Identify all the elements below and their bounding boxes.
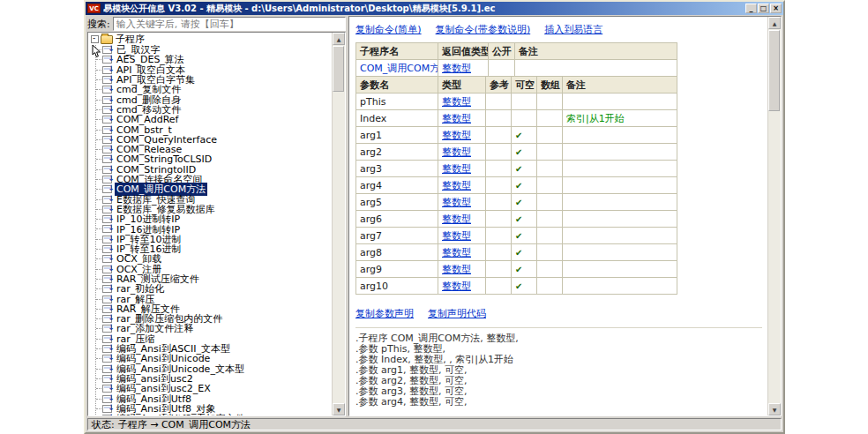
tree-item[interactable]: 编码_Ansi到Utf8_无加密文件 — [96, 414, 332, 415]
status-text: 子程序 → COM_调用COM方法 — [118, 418, 251, 430]
subroutine-icon — [102, 325, 112, 333]
subroutine-icon — [102, 315, 112, 323]
param-array-cell — [537, 144, 563, 161]
param-ref-cell — [486, 211, 512, 228]
search-input[interactable] — [113, 17, 346, 31]
function-return-type-cell[interactable]: 整数型 — [438, 60, 489, 77]
subroutine-icon — [102, 106, 112, 114]
titlebar[interactable]: VC 易模块公开信息 V3.02 - 精易模块 - d:\Users\Admin… — [86, 2, 783, 15]
declaration-line: .参数 arg1, 整数型, 可空, — [355, 365, 762, 376]
param-row: arg5整数型✔ — [356, 194, 677, 211]
subroutine-icon — [102, 355, 112, 363]
app-icon: VC — [87, 4, 101, 13]
scroll-up-icon[interactable] — [768, 17, 781, 29]
param-header-array: 数组 — [537, 77, 563, 94]
function-public-cell — [489, 60, 515, 77]
param-ref-cell — [486, 244, 512, 261]
copy-command-with-params-link[interactable]: 复制命令(带参数说明) — [436, 23, 531, 36]
copy-command-simple-link[interactable]: 复制命令(简单) — [355, 23, 422, 36]
param-row: arg3整数型✔ — [356, 161, 677, 177]
param-type-cell[interactable]: 整数型 — [438, 144, 486, 161]
param-row: pThis整数型 — [356, 94, 677, 110]
declaration-divider — [355, 327, 762, 328]
subroutine-icon — [102, 176, 112, 183]
maximize-button[interactable]: □ — [758, 4, 769, 13]
tree-content: 子程序 已_取汉字AES_DES_算法API_取空白文本API_取空白字节集cm… — [88, 33, 332, 415]
param-type-cell[interactable]: 整数型 — [438, 278, 486, 295]
param-nullable-cell: ✔ — [512, 127, 537, 144]
param-row: arg4整数型✔ — [356, 177, 677, 194]
tree-connector-icon — [96, 89, 101, 90]
param-remark-cell — [563, 261, 677, 278]
param-nullable-cell: ✔ — [512, 144, 537, 161]
subroutine-icon — [102, 116, 112, 123]
status-label: 状态: — [92, 418, 115, 430]
param-array-cell — [537, 110, 563, 127]
param-type-cell[interactable]: 整数型 — [438, 261, 486, 278]
param-type-cell[interactable]: 整数型 — [438, 161, 486, 177]
insert-to-elanguage-link[interactable]: 插入到易语言 — [544, 23, 602, 36]
tree-connector-icon — [96, 100, 101, 101]
param-nullable-cell — [512, 94, 537, 110]
param-name-cell: arg1 — [356, 127, 438, 144]
scroll-down-icon[interactable] — [768, 403, 781, 415]
copy-declaration-code-link[interactable]: 复制声明代码 — [428, 307, 486, 320]
declaration-line: .参数 pThis, 整数型, — [355, 344, 762, 355]
param-remark-cell — [563, 278, 677, 295]
subroutine-icon — [102, 146, 112, 153]
tree-connector-icon — [96, 219, 101, 220]
param-name-cell: arg6 — [356, 211, 438, 228]
param-table-header: 参数名 类型 参考 可空 数组 备注 — [356, 77, 677, 94]
tree-connector-icon — [96, 70, 101, 71]
tree-connector-icon — [96, 339, 101, 340]
fn-header-return-type: 返回值类型 — [438, 43, 489, 60]
search-bar: 搜索: — [87, 16, 346, 32]
param-remark-cell — [563, 228, 677, 244]
param-remark-cell — [563, 127, 677, 144]
tree-connector-icon — [96, 399, 101, 400]
tree-scrollbar-thumb[interactable] — [333, 46, 344, 92]
param-nullable-cell: ✔ — [512, 161, 537, 177]
tree-connector-icon — [96, 408, 101, 409]
subroutine-icon — [102, 245, 112, 253]
param-row: arg6整数型✔ — [356, 211, 677, 228]
param-type-cell[interactable]: 整数型 — [438, 228, 486, 244]
param-remark-cell: 索引|从1开始 — [563, 110, 677, 127]
subroutine-icon — [102, 266, 112, 273]
param-ref-cell — [486, 194, 512, 211]
subroutine-icon — [102, 345, 112, 353]
param-type-cell[interactable]: 整数型 — [438, 94, 486, 110]
param-type-cell[interactable]: 整数型 — [438, 177, 486, 194]
param-type-cell[interactable]: 整数型 — [438, 127, 486, 144]
collapse-minus-icon[interactable] — [91, 35, 99, 43]
subroutine-icon — [102, 415, 112, 415]
copy-param-declaration-link[interactable]: 复制参数声明 — [355, 307, 414, 320]
tree-scrollbar[interactable] — [332, 33, 345, 415]
subroutine-icon — [102, 296, 112, 303]
param-table-body: pThis整数型Index整数型索引|从1开始arg1整数型✔arg2整数型✔a… — [356, 94, 677, 295]
param-remark-cell — [563, 161, 677, 177]
param-type-cell[interactable]: 整数型 — [438, 194, 486, 211]
param-type-cell[interactable]: 整数型 — [438, 110, 486, 127]
folder-icon — [101, 35, 113, 44]
detail-scrollbar-track[interactable] — [768, 29, 781, 403]
detail-scrollbar-thumb[interactable] — [768, 30, 780, 111]
minimize-button[interactable]: _ — [745, 4, 757, 13]
param-row: arg2整数型✔ — [356, 144, 677, 161]
tree-scrollbar-track[interactable] — [333, 45, 345, 403]
tree-connector-icon — [96, 189, 101, 190]
subroutine-icon — [102, 56, 112, 64]
scroll-up-icon[interactable] — [333, 33, 345, 45]
subroutine-icon — [102, 225, 112, 233]
subroutine-icon — [102, 335, 112, 343]
param-type-cell[interactable]: 整数型 — [438, 211, 486, 228]
param-remark-cell — [563, 177, 677, 194]
subroutine-icon — [102, 395, 112, 403]
param-nullable-cell: ✔ — [512, 261, 537, 278]
detail-scrollbar[interactable] — [767, 17, 781, 415]
tree-children: 已_取汉字AES_DES_算法API_取空白文本API_取空白字节集cmd_复制… — [95, 45, 332, 415]
status-bar: 状态: 子程序 → COM_调用COM方法 — [86, 417, 783, 432]
scroll-down-icon[interactable] — [333, 403, 345, 415]
param-type-cell[interactable]: 整数型 — [438, 244, 486, 261]
close-button[interactable]: × — [770, 4, 782, 13]
